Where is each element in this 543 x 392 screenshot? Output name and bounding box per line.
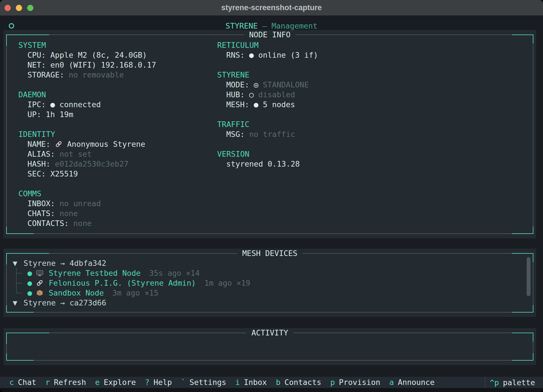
version-row: styrened 0.13.28: [217, 159, 318, 169]
mode-row: MODE:◎STANDALONE: [217, 80, 318, 90]
ipc-row: IPC:●connected: [18, 100, 156, 109]
shortcut-help[interactable]: ?Help: [145, 377, 172, 388]
status-dot-icon: ●: [249, 50, 254, 60]
inbox-row: INBOX:no unread: [18, 199, 156, 208]
collapse-arrow-icon[interactable]: ▼: [13, 298, 17, 308]
node-info-panel: NODE INFO SYSTEM CPU:Apple M2 (8c, 24.0G…: [3, 30, 536, 238]
status-dot-icon: ●: [254, 100, 258, 109]
name-row: NAME: Anonymous Styrene: [18, 139, 156, 149]
shortcut-refresh[interactable]: rRefresh: [45, 377, 86, 388]
corner-accent: [6, 333, 49, 344]
section-heading: TRAFFIC: [217, 119, 318, 129]
shortcut-list: cChat rRefresh eExplore ?Help `Settings …: [9, 377, 435, 388]
mesh-group-row[interactable]: ▼Styrene → ca273d66: [3, 298, 536, 308]
hub-row: HUB:○disabled: [217, 90, 318, 100]
section-heading: STYRENE: [217, 70, 318, 80]
mesh-group-label: Styrene → ca273d66: [23, 298, 106, 308]
alias-row: ALIAS:not set: [18, 149, 156, 159]
app-name: STYRENE: [225, 21, 262, 30]
section-heading: IDENTITY: [18, 129, 156, 139]
corner-accent: [512, 353, 533, 361]
scrollbar-thumb[interactable]: [527, 257, 531, 296]
shortcut-chat[interactable]: cChat: [9, 377, 36, 388]
page-title: STYRENE — Management: [0, 21, 543, 31]
activity-panel: ACTIVITY: [3, 328, 536, 365]
traffic-section: TRAFFIC MSG:no traffic: [217, 119, 318, 139]
online-dot-icon: ●: [27, 288, 32, 298]
corner-accent: [512, 333, 533, 342]
link-icon: [55, 140, 63, 148]
corner-accent: [512, 35, 533, 44]
status-dot-icon: ●: [50, 100, 55, 109]
corner-accent: [6, 35, 49, 46]
node-info-right-column: RETICULUM RNS:●online (3 if) STYRENE MOD…: [217, 40, 318, 179]
shortcut-inbox[interactable]: iInbox: [235, 377, 267, 388]
section-heading: VERSION: [217, 149, 318, 159]
net-row: NET:en0 (WIFI) 192.168.0.17: [18, 60, 156, 70]
mesh-device-meta: 3m ago ×15: [112, 288, 158, 298]
node-info-left-column: SYSTEM CPU:Apple M2 (8c, 24.0GB) NET:en0…: [18, 40, 156, 238]
app-header-row: STYRENE — Management: [0, 21, 543, 31]
shortcut-settings[interactable]: `Settings: [181, 377, 226, 388]
section-heading: COMMS: [18, 189, 156, 199]
mesh-device-name: Felonious P.I.G. (Styrene Admin): [49, 278, 196, 288]
mesh-device-row[interactable]: ● Felonious P.I.G. (Styrene Admin) 1m ag…: [3, 278, 536, 288]
online-dot-icon: ●: [27, 278, 32, 288]
corner-accent: [512, 227, 533, 234]
app-window: styrene-screenshot-capture STYRENE — Man…: [0, 0, 543, 392]
window-title: styrene-screenshot-capture: [0, 0, 543, 16]
package-icon: [36, 289, 44, 297]
storage-row: STORAGE:no removable: [18, 70, 156, 80]
mesh-device-tree: ▼Styrene → 4dbfa342 ● Styrene Testbed No…: [3, 258, 536, 308]
mesh-device-row[interactable]: ● Styrene Testbed Node 35s ago ×14: [3, 268, 536, 278]
corner-accent: [6, 353, 34, 361]
version-section: VERSION styrened 0.13.28: [217, 149, 318, 169]
mode-radio-icon: ◎: [254, 80, 258, 90]
shortcut-provision[interactable]: pProvision: [330, 377, 380, 388]
uptime-row: UP:1h 19m: [18, 109, 156, 119]
panel-title: NODE INFO: [244, 31, 296, 39]
mesh-device-meta: 35s ago ×14: [149, 268, 200, 278]
styrene-section: STYRENE MODE:◎STANDALONE HUB:○disabled M…: [217, 70, 318, 109]
section-heading: DAEMON: [18, 90, 156, 100]
hub-radio-icon: ○: [249, 90, 254, 100]
mesh-devices-panel: MESH DEVICES ▼Styrene → 4dbfa342 ● Styre…: [3, 249, 536, 317]
mesh-device-name: Styrene Testbed Node: [49, 268, 141, 278]
mesh-device-row[interactable]: ● Sandbox Node 3m ago ×15: [3, 288, 536, 298]
msg-row: MSG:no traffic: [217, 129, 318, 139]
window-bottom-strip: [0, 388, 543, 392]
identity-section: IDENTITY NAME: Anonymous Styrene ALIAS:n…: [18, 129, 156, 179]
hash-row: HASH:e012da2530c3eb27: [18, 159, 156, 169]
statusbar-divider: [485, 377, 485, 388]
comms-section: COMMS INBOX:no unread CHATS:none CONTACT…: [18, 189, 156, 228]
shortcut-announce[interactable]: aAnnounce: [389, 377, 434, 388]
online-dot-icon: ●: [27, 268, 32, 278]
daemon-section: DAEMON IPC:●connected UP:1h 19m: [18, 90, 156, 119]
chats-row: CHATS:none: [18, 208, 156, 218]
shortcut-explore[interactable]: eExplore: [95, 377, 136, 388]
mesh-device-name: Sandbox Node: [49, 288, 104, 298]
reticulum-section: RETICULUM RNS:●online (3 if): [217, 40, 318, 60]
status-bar: cChat rRefresh eExplore ?Help `Settings …: [0, 377, 543, 388]
monitor-icon: [36, 269, 44, 277]
contacts-row: CONTACTS:none: [18, 218, 156, 228]
collapse-arrow-icon[interactable]: ▼: [13, 258, 17, 268]
mesh-group-label: Styrene → 4dbfa342: [23, 258, 106, 268]
mesh-row: MESH:●5 nodes: [217, 100, 318, 109]
rns-row: RNS:●online (3 if): [217, 50, 318, 60]
corner-accent: [6, 227, 34, 234]
panel-title: ACTIVITY: [246, 329, 293, 337]
titlebar[interactable]: styrene-screenshot-capture: [0, 0, 543, 16]
cpu-row: CPU:Apple M2 (8c, 24.0GB): [18, 50, 156, 60]
system-section: SYSTEM CPU:Apple M2 (8c, 24.0GB) NET:en0…: [18, 40, 156, 80]
shortcut-contacts[interactable]: bContacts: [276, 377, 321, 388]
mesh-device-meta: 1m ago ×19: [204, 278, 250, 288]
link-icon: [36, 279, 44, 287]
app-section: — Management: [262, 21, 317, 30]
panel-title: MESH DEVICES: [237, 249, 302, 258]
shortcut-palette[interactable]: ^ppalette: [490, 377, 535, 388]
section-heading: RETICULUM: [217, 40, 318, 50]
sec-row: SEC:X25519: [18, 169, 156, 179]
mesh-group-row[interactable]: ▼Styrene → 4dbfa342: [3, 258, 536, 268]
